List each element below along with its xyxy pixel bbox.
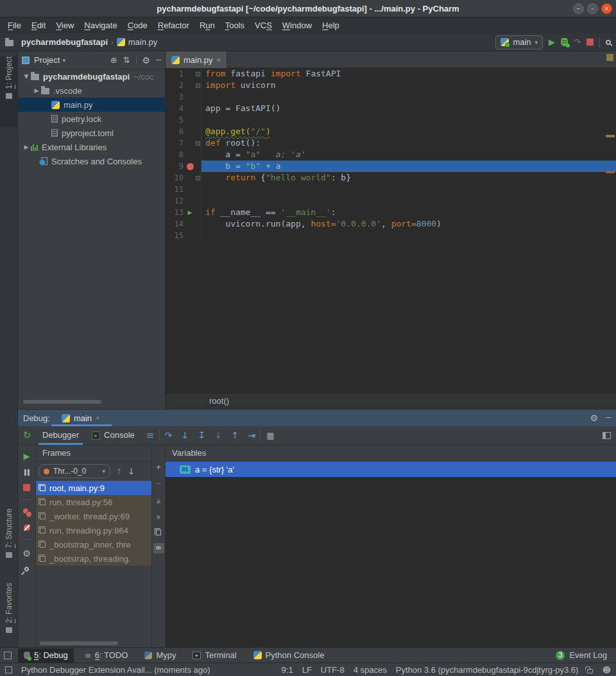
code-line-12[interactable]: 12 (166, 195, 616, 207)
restore-layout-icon[interactable] (603, 432, 611, 439)
editor-breadcrumbs[interactable]: root() (166, 393, 616, 409)
code-line-1[interactable]: 1from fastapi import FastAPI (166, 68, 616, 80)
tool-window-toggle-icon[interactable] (5, 666, 12, 673)
bottom-tab-mypy[interactable]: Mypy (139, 648, 182, 663)
gear-icon[interactable]: ⚙ (590, 413, 599, 423)
bottom-tab--debug[interactable]: 5: Debug (18, 648, 74, 663)
run-line-icon[interactable]: ▶ (188, 207, 193, 218)
breakpoint-stripe-mark[interactable] (606, 171, 615, 173)
resume-program-icon[interactable]: ▶ (24, 451, 30, 461)
frame-_bootstrap[interactable]: _bootstrap, threading. (36, 551, 151, 566)
code-line-9[interactable]: 9 b = "b" + a (166, 160, 616, 172)
code-editor[interactable]: 1from fastapi import FastAPI2import uvic… (166, 68, 616, 393)
code-line-8[interactable]: 8 a = "a" a: 'a' (166, 149, 616, 160)
fold-marker-icon[interactable] (196, 72, 200, 76)
code-line-14[interactable]: 14 uvicorn.run(app, host='0.0.0.0', port… (166, 218, 616, 230)
run-configuration-select[interactable]: main ▾ (495, 35, 543, 49)
maximize-button[interactable]: ▫ (587, 3, 598, 14)
tab-debugger[interactable]: Debugger (36, 426, 85, 445)
bottom-tab--todo[interactable]: ≡6: TODO (79, 648, 134, 663)
indent-setting[interactable]: 4 spaces (354, 665, 387, 675)
breadcrumb-project[interactable]: pycharmdebugfastapi (21, 37, 108, 47)
horizontal-scrollbar[interactable] (40, 641, 118, 645)
duplicate-watch-icon[interactable] (156, 530, 161, 535)
menu-item-run[interactable]: Run (194, 17, 220, 33)
code-line-5[interactable]: 5 (166, 114, 616, 126)
file-encoding[interactable]: UTF-8 (321, 665, 345, 675)
step-over-icon[interactable]: ↷ (160, 430, 176, 440)
menu-item-edit[interactable]: Edit (26, 17, 51, 33)
step-into-icon[interactable]: ↓ (176, 430, 193, 440)
lock-icon[interactable] (587, 669, 593, 673)
remove-watch-icon[interactable]: − (156, 480, 161, 489)
tree-item-scratches-and-consoles[interactable]: ▶Scratches and Consoles (18, 154, 165, 168)
move-down-icon[interactable]: ▼ (157, 513, 161, 522)
move-up-icon[interactable]: ▲ (157, 496, 161, 505)
menu-item-window[interactable]: Window (277, 17, 317, 33)
code-line-7[interactable]: 7def root(): (166, 137, 616, 149)
frame-run[interactable]: run, thread.py:56 (36, 495, 151, 509)
show-watches-toggle[interactable]: ∞ (153, 543, 164, 553)
fold-marker-icon[interactable] (196, 141, 200, 146)
frame-root[interactable]: root, main.py:9 (36, 481, 151, 495)
tree-item-main-py[interactable]: ▶main.py (18, 98, 165, 112)
mute-breakpoints-icon[interactable] (24, 524, 30, 531)
fold-marker-icon[interactable] (196, 176, 200, 180)
menu-item-file[interactable]: File (3, 17, 26, 33)
stripe-tab-favorites[interactable]: 2: Favorites (0, 583, 18, 650)
search-everywhere-icon[interactable] (606, 40, 611, 45)
menu-item-code[interactable]: Code (123, 17, 153, 33)
rerun-icon[interactable]: ↷ (574, 37, 581, 47)
close-session-icon[interactable]: × (96, 414, 99, 422)
evaluate-expression-icon[interactable]: ▦ (261, 431, 280, 440)
close-tab-icon[interactable]: × (217, 56, 221, 64)
force-step-into-icon[interactable]: ↓ (210, 430, 227, 440)
hide-panel-icon[interactable]: ─ (156, 55, 161, 65)
chevron-down-icon[interactable]: ▼ (22, 73, 31, 80)
frame-_bootstrap_inner[interactable]: _bootstrap_inner, thre (36, 537, 151, 551)
status-message[interactable]: Python Debugger Extension Avail... (mome… (21, 665, 210, 675)
menu-item-refactor[interactable]: Refactor (153, 17, 194, 33)
gear-icon[interactable]: ⚙ (142, 55, 151, 65)
code-line-13[interactable]: 13▶if __name__ == '__main__': (166, 207, 616, 218)
pin-tab-icon[interactable] (24, 566, 30, 573)
menu-item-tools[interactable]: Tools (220, 17, 250, 33)
thread-selector[interactable]: Thr...-0_0 ▾ (38, 464, 110, 478)
code-line-10[interactable]: 10 return {"hello world": b} (166, 172, 616, 184)
python-interpreter[interactable]: Python 3.6 (pycharmdebugfastapi-9cdjtyrg… (396, 665, 579, 675)
project-view-title[interactable]: Project (34, 55, 60, 65)
tree-item-pyproject-toml[interactable]: ▶pyproject.toml (18, 126, 165, 140)
chevron-right-icon[interactable]: ▶ (22, 144, 31, 150)
caret-position[interactable]: 9:1 (282, 665, 293, 675)
step-out-icon[interactable]: ↑ (227, 430, 243, 440)
menu-item-view[interactable]: View (51, 17, 79, 33)
bottom-tab-terminal[interactable]: ▸Terminal (187, 648, 242, 663)
code-line-15[interactable]: 15 (166, 230, 616, 241)
close-button[interactable]: × (601, 3, 612, 14)
stripe-tab-structure[interactable]: 7: Structure (0, 508, 18, 578)
tree-item-external-libraries[interactable]: ▶External Libraries (18, 140, 165, 154)
view-breakpoints-icon[interactable] (23, 508, 31, 516)
frame-_worker[interactable]: _worker, thread.py:69 (36, 509, 151, 523)
highlighting-level-icon[interactable]: ☻ (602, 665, 611, 675)
run-to-cursor-icon[interactable]: ⇥ (243, 430, 260, 440)
variable-row[interactable]: 01a = {str} 'a' (166, 462, 616, 477)
code-line-6[interactable]: 6@app.get("/") (166, 126, 616, 137)
tree-item--vscode[interactable]: ▶.vscode (18, 83, 165, 98)
hide-panel-icon[interactable]: ─ (606, 413, 611, 423)
menu-item-navigate[interactable]: Navigate (79, 17, 122, 33)
code-line-11[interactable]: 11 (166, 184, 616, 195)
chevron-down-icon[interactable]: ▾ (62, 57, 65, 64)
next-frame-icon[interactable]: ↓ (128, 467, 135, 476)
minimize-button[interactable]: − (573, 3, 584, 14)
tree-item-pycharmdebugfastapi[interactable]: ▼pycharmdebugfastapi~/coc (18, 69, 165, 83)
run-button[interactable]: ▶ (549, 37, 555, 47)
frame-run[interactable]: run, threading.py:864 (36, 523, 151, 537)
collapse-all-icon[interactable]: ⇅ (123, 55, 130, 65)
settings-gear-icon[interactable]: ⚙ (22, 548, 31, 559)
inspection-indicator[interactable] (606, 54, 613, 61)
chevron-right-icon[interactable]: ▶ (32, 87, 41, 94)
add-watch-icon[interactable]: + (156, 463, 161, 472)
breadcrumb-file[interactable]: main.py (128, 37, 158, 47)
debug-button[interactable] (561, 38, 568, 46)
